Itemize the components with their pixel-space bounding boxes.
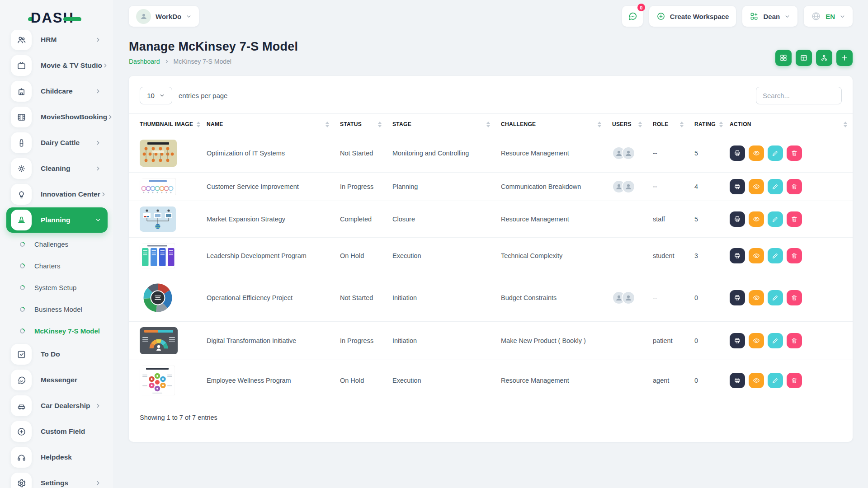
column-header-rating[interactable]: RATING (689, 114, 724, 134)
workspace-switcher[interactable]: WorkDo (129, 6, 199, 27)
column-header-thumbnail-image[interactable]: THUMBNAIL IMAGE (129, 114, 201, 134)
view-button[interactable] (749, 145, 764, 161)
print-button[interactable] (730, 373, 745, 388)
user-menu[interactable]: Dean (742, 6, 797, 27)
edit-button[interactable] (768, 373, 783, 388)
print-button[interactable] (730, 211, 745, 227)
chevron-right-icon (95, 88, 101, 94)
row-status: Not Started (335, 274, 387, 322)
user-avatar[interactable] (622, 291, 635, 305)
trash-icon (791, 337, 798, 344)
print-button[interactable] (730, 248, 745, 263)
thumbnail-image[interactable] (140, 206, 196, 232)
sidebar-item-car-dealership[interactable]: Car Dealership (6, 393, 108, 418)
add-button[interactable] (836, 50, 853, 66)
thumbnail-image[interactable] (140, 140, 196, 167)
printer-icon (734, 377, 741, 384)
person-icon (140, 12, 148, 20)
delete-button[interactable] (787, 211, 802, 227)
sort-icon (197, 122, 200, 127)
sidebar-subitem-charters[interactable]: Charters (6, 255, 108, 277)
dash-logo[interactable]: DASH (0, 6, 113, 30)
sidebar-item-to-do[interactable]: To Do (6, 342, 108, 367)
pencil-icon (772, 183, 779, 190)
hierarchy-view-button[interactable] (816, 50, 832, 66)
view-button[interactable] (749, 211, 764, 227)
row-name: Customer Service Improvement (201, 173, 335, 201)
thumbnail-image[interactable] (140, 280, 196, 316)
print-button[interactable] (730, 179, 745, 194)
delete-button[interactable] (787, 179, 802, 194)
sidebar-subitem-business-model[interactable]: Business Model (6, 298, 108, 320)
table-view-button[interactable] (796, 50, 812, 66)
view-button[interactable] (749, 373, 764, 388)
trash-icon (791, 377, 798, 384)
row-name: Employee Wellness Program (201, 360, 335, 401)
column-header-action[interactable]: ACTION (724, 114, 853, 134)
thumbnail-image[interactable] (140, 366, 196, 395)
sidebar-item-custom-field[interactable]: Custom Field (6, 419, 108, 444)
create-workspace-button[interactable]: Create Workspace (649, 6, 736, 27)
breadcrumb-dashboard-link[interactable]: Dashboard (129, 58, 160, 65)
plus-circle-icon (11, 421, 32, 442)
row-challenge: Resource Management (495, 360, 607, 401)
view-button[interactable] (749, 179, 764, 194)
sidebar-item-hrm[interactable]: HRM (6, 30, 108, 52)
sidebar-subitem-mckinsey-7-s-model[interactable]: McKinsey 7-S Model (6, 320, 108, 342)
view-button[interactable] (749, 333, 764, 348)
sidebar-item-messenger[interactable]: Messenger (6, 367, 108, 393)
user-avatar[interactable] (622, 146, 635, 160)
sidebar-subitem-system-setup[interactable]: System Setup (6, 277, 108, 298)
edit-button[interactable] (768, 179, 783, 194)
delete-button[interactable] (787, 373, 802, 388)
bottle-icon (11, 132, 32, 153)
edit-button[interactable] (768, 333, 783, 348)
edit-button[interactable] (768, 211, 783, 227)
sidebar-item-movie-tv-studio[interactable]: Movie & TV Studio (6, 53, 108, 78)
thumbnail-image[interactable] (140, 243, 196, 268)
delete-button[interactable] (787, 145, 802, 161)
sidebar-item-cleaning[interactable]: Cleaning (6, 156, 108, 181)
sidebar-item-innovation-center[interactable]: Innovation Center (6, 182, 108, 207)
sidebar-item-settings[interactable]: Settings (6, 470, 108, 488)
print-button[interactable] (730, 290, 745, 305)
column-header-stage[interactable]: STAGE (387, 114, 495, 134)
column-header-name[interactable]: NAME (201, 114, 335, 134)
print-button[interactable] (730, 333, 745, 348)
sidebar-item-planning[interactable]: Planning (6, 207, 108, 233)
row-challenge: Resource Management (495, 201, 607, 238)
sidebar-item-childcare[interactable]: Childcare (6, 79, 108, 104)
column-header-users[interactable]: USERS (607, 114, 647, 134)
column-header-challenge[interactable]: CHALLENGE (495, 114, 607, 134)
edit-button[interactable] (768, 248, 783, 263)
column-header-status[interactable]: STATUS (335, 114, 387, 134)
sidebar-item-movieshowbooking[interactable]: MovieShowBooking (6, 104, 108, 130)
messages-button[interactable]: 0 (622, 6, 643, 27)
ring-icon (19, 327, 26, 334)
page-size-select[interactable]: 10 (140, 87, 172, 104)
thumbnail-image[interactable] (140, 327, 196, 354)
sidebar-item-dairy-cattle[interactable]: Dairy Cattle (6, 130, 108, 155)
thumbnail-image[interactable] (140, 178, 196, 195)
sort-icon (638, 122, 642, 127)
delete-button[interactable] (787, 248, 802, 263)
delete-button[interactable] (787, 290, 802, 305)
grid-view-button[interactable] (775, 50, 792, 66)
print-button[interactable] (730, 145, 745, 161)
column-header-role[interactable]: ROLE (647, 114, 689, 134)
sidebar-subitem-challenges[interactable]: Challenges (6, 233, 108, 255)
view-button[interactable] (749, 290, 764, 305)
search-input[interactable] (756, 87, 842, 104)
sidebar-item-helpdesk[interactable]: Helpdesk (6, 445, 108, 470)
printer-icon (734, 252, 741, 259)
language-selector[interactable]: EN (804, 6, 853, 27)
edit-button[interactable] (768, 290, 783, 305)
edit-button[interactable] (768, 145, 783, 161)
workspace-avatar (136, 9, 151, 24)
delete-button[interactable] (787, 333, 802, 348)
user-avatar[interactable] (622, 180, 635, 193)
row-rating: 4 (689, 173, 724, 201)
view-button[interactable] (749, 248, 764, 263)
row-role: -- (647, 134, 689, 173)
entries-per-page-label: entries per page (179, 92, 227, 99)
